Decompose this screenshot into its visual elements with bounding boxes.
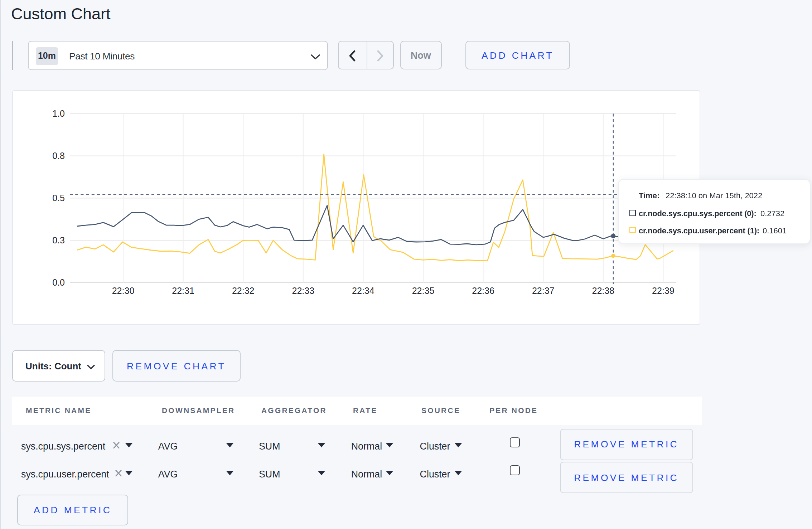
svg-text:0.3: 0.3 [52,235,64,245]
svg-text:0.5: 0.5 [52,193,64,203]
svg-text:22:31: 22:31 [171,286,194,296]
svg-text:0.8: 0.8 [52,151,64,161]
svg-text:22:34: 22:34 [352,286,374,296]
svg-text:22:39: 22:39 [652,286,674,296]
svg-text:22:35: 22:35 [412,286,434,296]
svg-text:22:37: 22:37 [532,286,554,296]
svg-text:22:32: 22:32 [232,286,254,296]
svg-text:22:33: 22:33 [292,286,314,296]
svg-text:1.0: 1.0 [52,108,64,118]
svg-text:0.0: 0.0 [52,277,64,287]
svg-text:22:38: 22:38 [592,286,614,296]
svg-text:22:30: 22:30 [112,286,134,296]
svg-text:22:36: 22:36 [472,286,494,296]
